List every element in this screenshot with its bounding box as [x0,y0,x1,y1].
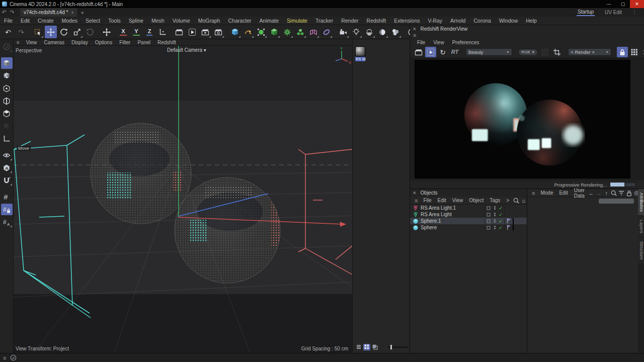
menu-mesh[interactable]: Mesh [147,18,169,24]
viewport-menu-panel[interactable]: Panel [134,40,154,45]
attr-forward-icon[interactable]: → [595,190,603,197]
enabled-check-icon[interactable]: ✓ [497,225,505,230]
object-row-rs-area-light-1[interactable]: RS Area Light.1✓ [410,205,527,211]
maximize-button[interactable]: ▢ [616,0,630,8]
renderview-burger-icon[interactable]: ≡ [410,33,644,39]
flag-tag-icon[interactable] [506,224,512,231]
material-layer-view-icon[interactable] [371,344,378,350]
menu-modes[interactable]: Modes [58,18,82,24]
material-scale-slider[interactable] [388,346,408,348]
rotate-tool[interactable] [58,26,70,38]
document-tab[interactable]: v74ch-redshift.c4d * × [20,8,78,17]
menu-mograph[interactable]: MoGraph [194,18,224,24]
viewport-canvas[interactable]: Y X Perspective Default Camera ▾ Move Vi… [14,46,352,353]
menu-tracker[interactable]: Tracker [311,18,337,24]
menu-file[interactable]: File [0,18,17,24]
layer-color-toggle[interactable] [485,226,492,230]
viewport-menu-options[interactable]: Options [92,40,116,45]
scale-tool[interactable] [71,26,83,38]
rsv-pass-dropdown[interactable]: Beauty▼ [466,48,512,56]
add-subdivision-button[interactable] [255,26,267,38]
layout-tabs-menu-icon[interactable]: ⋮ [632,10,637,15]
add-cube-button[interactable] [229,26,241,38]
layer-color-toggle[interactable] [485,213,492,217]
objects-menu-tags[interactable]: Tags [487,198,503,203]
workplane-mode-button[interactable] [1,133,13,144]
add-mograph-button[interactable] [294,26,306,38]
snap-grid-button[interactable]: # [1,191,13,203]
render-settings-button[interactable] [212,26,224,38]
render-view-button[interactable] [173,26,185,38]
move-tool[interactable] [45,26,57,38]
texture-mode-button[interactable] [1,70,13,81]
texture-tag-icon[interactable] [513,225,514,230]
renderview-menu-file[interactable]: File [413,40,429,45]
visibility-dots-toggle[interactable] [492,213,497,216]
objects-close-icon[interactable]: ✕ [413,191,417,196]
menu-character[interactable]: Character [224,18,255,24]
polygon-mode-button[interactable] [1,108,13,119]
status-burger-icon[interactable]: ≡ [3,355,6,361]
coordinate-system-icon[interactable] [156,26,169,38]
side-tab-structure[interactable]: Structure [638,238,644,263]
global-move-icon[interactable] [101,26,113,38]
menu-tools[interactable]: Tools [104,18,125,24]
attributes-menu-edit[interactable]: Edit [556,190,571,196]
make-editable-button[interactable] [1,41,13,52]
attributes-burger-icon[interactable]: ≡ [532,190,535,196]
objects-menu-view[interactable]: View [449,198,466,203]
layer-color-toggle[interactable] [485,206,492,210]
menu-simulate[interactable]: Simulate [283,18,311,24]
side-tab-attributes[interactable]: Attributes [638,189,644,215]
viewport-solo-button[interactable] [1,149,13,161]
menu-v-ray[interactable]: V-Ray [424,18,447,24]
add-circle-spline-button[interactable] [320,26,333,38]
point-mode-button[interactable] [1,82,13,94]
menu-spline[interactable]: Spline [125,18,147,24]
redo-icon[interactable]: ↷ [15,26,27,38]
objects-menu-object[interactable]: Object [466,198,487,203]
menu-volume[interactable]: Volume [169,18,194,24]
nav-forward-icon[interactable]: ↷ [8,9,16,16]
viewport-view-label[interactable]: Perspective [16,48,42,53]
visibility-dots-toggle[interactable] [492,219,497,223]
visibility-dots-toggle[interactable] [492,226,497,229]
rsv-clapper-icon[interactable] [413,47,424,57]
objects-home-icon[interactable]: ⌂ [520,197,527,204]
rsv-refresh-icon[interactable]: ↻ [437,47,448,57]
rsv-bucket-grid-icon[interactable] [629,47,640,57]
menu-create[interactable]: Create [34,18,58,24]
viewport-menu-display[interactable]: Display [68,40,92,45]
tab-close-icon[interactable]: × [71,10,73,15]
disabled-mode-button[interactable] [1,120,13,132]
rsv-lock-button[interactable] [617,47,628,57]
material-tile[interactable]: RS St [355,46,365,61]
axis-x-toggle[interactable]: X [117,26,129,38]
enabled-check-icon[interactable]: ✓ [497,212,505,217]
attr-search-icon[interactable] [610,190,618,197]
layout-tab-uv-edit[interactable]: UV Edit [604,9,623,16]
viewport-burger-icon[interactable]: ≡ [17,40,20,45]
rsv-snapshot-icon[interactable] [641,47,644,57]
attributes-menu-mode[interactable]: Mode [537,190,556,196]
attributes-menu-user-data[interactable]: User Data [571,188,588,199]
live-selection-tool[interactable] [32,26,44,38]
rsv-channel-pill[interactable]: RGB▼ [518,49,538,56]
material-grid-view-icon[interactable] [363,344,370,350]
add-environment-button[interactable] [376,26,388,38]
add-deformer-button[interactable] [281,26,293,38]
viewport-menu-cameras[interactable]: Cameras [40,40,68,45]
axis-z-toggle[interactable]: Z [143,26,155,38]
rsv-crop-icon[interactable] [551,47,562,57]
render-active-view-button[interactable] [186,26,198,38]
side-tab-layers[interactable]: Layers [638,216,644,237]
add-materials-button[interactable] [389,26,401,38]
enabled-check-icon[interactable]: ✓ [497,206,505,211]
reset-psr-icon[interactable] [84,26,96,38]
object-row-sphere-1[interactable]: Sphere.1✓ [410,218,527,224]
attr-lock-icon[interactable] [625,190,633,197]
rsv-render-dropdown[interactable]: < Render >▼ [568,48,611,56]
objects-menu-file[interactable]: File [420,198,434,203]
minimize-button[interactable]: — [602,0,616,8]
material-thumbnail[interactable] [355,46,365,56]
